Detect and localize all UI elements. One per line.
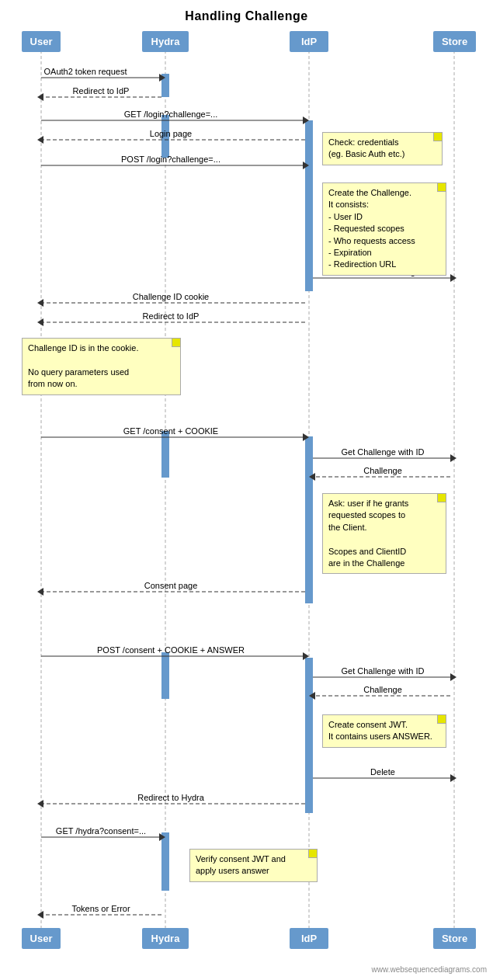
svg-rect-7 xyxy=(161,431,169,478)
svg-text:GET /hydra?consent=...: GET /hydra?consent=... xyxy=(56,826,146,836)
svg-rect-11 xyxy=(161,832,169,891)
svg-text:Challenge ID cookie: Challenge ID cookie xyxy=(133,292,209,301)
svg-text:Tokens or Error: Tokens or Error xyxy=(71,904,130,913)
svg-rect-9 xyxy=(161,652,169,699)
note-create-jwt: Create consent JWT. It contains users AN… xyxy=(322,714,446,748)
svg-text:Consent page: Consent page xyxy=(144,581,198,590)
svg-marker-58 xyxy=(450,774,457,782)
svg-text:GET /login?challenge=...: GET /login?challenge=... xyxy=(124,109,218,119)
svg-text:GET /consent + COOKIE: GET /consent + COOKIE xyxy=(123,426,218,436)
actor-idp-bottom: IdP xyxy=(290,928,328,949)
note-verify-jwt: Verify consent JWT andapply users answer xyxy=(189,849,318,882)
svg-text:POST /login?challenge=...: POST /login?challenge=... xyxy=(121,155,220,164)
actor-hydra-bottom: Hydra xyxy=(142,928,189,949)
svg-marker-28 xyxy=(450,274,457,282)
actor-idp-top: IdP xyxy=(290,31,328,52)
svg-rect-6 xyxy=(305,120,313,291)
svg-text:Get Challenge with ID: Get Challenge with ID xyxy=(342,447,425,457)
svg-text:Get Challenge with ID: Get Challenge with ID xyxy=(342,666,425,676)
svg-text:OAuth2 token request: OAuth2 token request xyxy=(43,67,127,76)
actor-store-bottom: Store xyxy=(433,928,476,949)
svg-marker-67 xyxy=(37,911,43,919)
note-challenge-id: Challenge ID is in the cookie. No query … xyxy=(22,338,181,395)
note-check-creds: Check: credentials(eg. Basic Auth etc.) xyxy=(322,132,443,165)
svg-marker-34 xyxy=(37,318,43,326)
watermark: www.websequencediagrams.com xyxy=(372,965,487,974)
note-ask-user: Ask: user if he grants requested scopes … xyxy=(322,493,446,574)
actor-user-top: User xyxy=(22,31,61,52)
diagram-container: Handling Challenge OAuth2 token request … xyxy=(0,0,493,980)
svg-rect-8 xyxy=(305,436,313,603)
svg-text:POST /consent + COOKIE + ANSWE: POST /consent + COOKIE + ANSWER xyxy=(97,645,245,655)
actor-store-top: Store xyxy=(433,31,476,52)
svg-marker-52 xyxy=(450,673,457,681)
svg-marker-31 xyxy=(37,299,43,307)
actor-user-bottom: User xyxy=(22,928,61,949)
svg-text:Redirect to IdP: Redirect to IdP xyxy=(143,311,200,321)
svg-marker-46 xyxy=(37,588,43,596)
svg-text:Redirect to IdP: Redirect to IdP xyxy=(73,86,130,96)
svg-text:Challenge: Challenge xyxy=(363,685,402,694)
svg-marker-22 xyxy=(37,136,43,144)
actor-hydra-top: Hydra xyxy=(142,31,189,52)
svg-marker-61 xyxy=(37,800,43,808)
svg-text:Login page: Login page xyxy=(150,129,192,138)
svg-marker-16 xyxy=(37,93,43,101)
svg-text:Delete: Delete xyxy=(370,767,395,777)
svg-marker-40 xyxy=(450,454,457,462)
svg-rect-10 xyxy=(305,658,313,813)
svg-text:Challenge: Challenge xyxy=(363,466,402,475)
svg-text:Redirect to Hydra: Redirect to Hydra xyxy=(137,793,204,802)
note-create-challenge: Create the Challenge. It consists: - Use… xyxy=(322,182,446,276)
